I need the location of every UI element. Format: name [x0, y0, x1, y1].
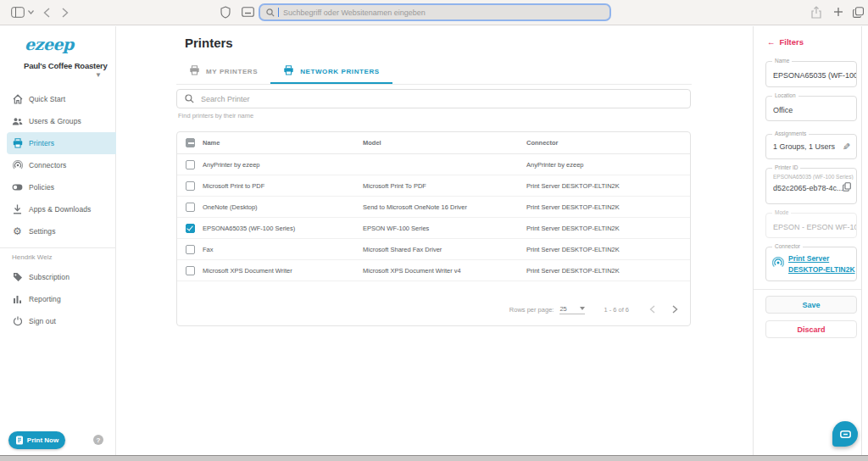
printer-name: Fax — [203, 246, 363, 253]
mode-field-value: EPSON - EPSON WF-100 S — [773, 223, 856, 231]
connector-link[interactable]: Print Server DESKTOP-ELTIN2K — [788, 253, 855, 275]
row-checkbox[interactable] — [186, 181, 195, 191]
printer-name: Microsoft Print to PDF — [203, 182, 363, 190]
sidebar-item-reporting[interactable]: Reporting — [0, 288, 116, 310]
printer-model: Send to Microsoft OneNote 16 Driver — [363, 203, 526, 211]
privacy-shield-icon[interactable] — [220, 6, 231, 19]
copy-icon[interactable] — [843, 180, 851, 195]
pagination: Rows per page: 25 1 - 6 of 6 — [509, 302, 678, 317]
sidebar-item-label: Users & Groups — [29, 117, 81, 125]
location-field-value: Office — [773, 106, 856, 114]
forward-icon[interactable] — [62, 8, 69, 18]
table-row[interactable]: AnyPrinter by ezeep AnyPrinter by ezeep — [177, 154, 690, 175]
text-cursor — [278, 8, 279, 17]
tab-my-printers[interactable]: MY PRINTERS — [176, 60, 270, 84]
table-row[interactable]: Microsoft Print to PDF Microsoft Print T… — [177, 175, 690, 197]
sidebar-item-policies[interactable]: Policies — [0, 176, 116, 198]
tab-network-printers[interactable]: NETWORK PRINTERS — [270, 60, 392, 84]
tab-overview-icon[interactable] — [853, 7, 864, 18]
table-row[interactable]: OneNote (Desktop) Send to Microsoft OneN… — [177, 197, 690, 218]
user-name: Hendrik Welz — [12, 253, 52, 261]
printer-search-input[interactable]: Search Printer — [176, 89, 691, 108]
home-icon — [12, 94, 23, 105]
assignments-field-value: 1 Groups, 1 Users — [773, 142, 843, 151]
address-bar[interactable]: Suchbegriff oder Websitenamen eingeben — [259, 3, 611, 21]
chat-widget-button[interactable] — [832, 421, 858, 447]
table-row[interactable]: Microsoft XPS Document Writer Microsoft … — [177, 260, 690, 281]
browser-extension-icon[interactable] — [242, 7, 254, 17]
sidebar-item-label: Connectors — [29, 161, 66, 169]
mode-field-label: Mode — [772, 209, 791, 215]
sidebar-item-settings[interactable]: ⚙ Settings — [0, 220, 116, 242]
sidebar-item-label: Policies — [29, 183, 54, 192]
sidebar-item-apps-downloads[interactable]: Apps & Downloads — [0, 198, 116, 220]
share-icon[interactable] — [811, 6, 821, 19]
name-field[interactable]: Name EPSONA65035 (WF-100 S — [765, 61, 857, 87]
new-tab-icon[interactable] — [833, 7, 843, 17]
printer-connector: Print Server DESKTOP-ELTIN2K — [526, 267, 690, 275]
back-to-filters-link[interactable]: ← Filters — [767, 37, 804, 47]
previous-page-icon[interactable] — [649, 302, 655, 317]
print-now-button[interactable]: Print Now — [8, 431, 65, 449]
scrollbar-gutter[interactable] — [863, 26, 868, 455]
name-field-label: Name — [772, 58, 792, 64]
printer-name: Microsoft XPS Document Writer — [203, 267, 363, 275]
select-caret-icon — [580, 307, 585, 310]
mode-field: Mode EPSON - EPSON WF-100 S — [765, 213, 857, 238]
select-all-checkbox[interactable] — [186, 138, 195, 147]
sidebar-item-connectors[interactable]: Connectors — [0, 154, 116, 176]
org-chevron-down-icon[interactable]: ▼ — [95, 71, 102, 79]
page-title: Printers — [185, 36, 233, 50]
rows-per-page-select[interactable]: 25 — [559, 305, 585, 314]
location-field[interactable]: Location Office — [765, 96, 857, 121]
chevron-down-icon[interactable] — [28, 10, 34, 14]
column-header-name[interactable]: Name — [203, 139, 363, 147]
next-page-icon[interactable] — [672, 302, 678, 317]
sidebar-item-quick-start[interactable]: Quick Start — [0, 88, 116, 110]
arrow-left-icon: ← — [767, 37, 776, 47]
row-checkbox[interactable] — [186, 245, 195, 254]
connector-field: Connector Print Server DESKTOP-ELTIN2K — [765, 247, 857, 281]
printer-id-subtext: EPSONA65035 (WF-100 Series) — [773, 174, 856, 180]
pagination-range: 1 - 6 of 6 — [604, 306, 629, 314]
gear-icon: ⚙ — [12, 226, 23, 237]
printer-connector: Print Server DESKTOP-ELTIN2K — [526, 225, 690, 232]
row-checkbox[interactable] — [186, 203, 195, 212]
connector-field-label: Connector — [772, 243, 803, 249]
row-checkbox[interactable] — [186, 224, 195, 233]
printer-name: AnyPrinter by ezeep — [203, 161, 363, 169]
sidebar-item-label: Apps & Downloads — [29, 205, 91, 214]
row-checkbox[interactable] — [186, 266, 195, 275]
column-header-connector[interactable]: Connector — [526, 139, 690, 147]
sidebar-item-printers[interactable]: Printers — [7, 132, 116, 154]
printer-icon — [189, 65, 200, 77]
address-placeholder: Suchbegriff oder Websitenamen eingeben — [283, 8, 426, 17]
sidebar-item-subscription[interactable]: Subscription — [0, 266, 116, 288]
bar-chart-icon — [12, 294, 23, 305]
printer-connector: Print Server DESKTOP-ELTIN2K — [526, 182, 690, 190]
assignments-field[interactable]: Assignments 1 Groups, 1 Users ✎ — [765, 134, 857, 159]
row-checkbox[interactable] — [186, 160, 195, 169]
organization-name[interactable]: Paul's Coffee Roastery — [24, 61, 108, 70]
sidebar-item-users-groups[interactable]: Users & Groups — [0, 110, 116, 132]
back-icon[interactable] — [43, 8, 50, 18]
search-placeholder: Search Printer — [201, 95, 250, 103]
print-now-label: Print Now — [27, 436, 58, 444]
printer-model: Microsoft Print To PDF — [363, 182, 526, 190]
download-icon — [12, 204, 23, 215]
ezeep-logo: ezeep — [25, 35, 74, 53]
table-row-selected[interactable]: EPSONA65035 (WF-100 Series) EPSON WF-100… — [177, 218, 690, 239]
table-row[interactable]: Fax Microsoft Shared Fax Driver Print Se… — [177, 239, 690, 260]
name-field-value: EPSONA65035 (WF-100 S — [773, 71, 856, 80]
save-button[interactable]: Save — [765, 296, 857, 314]
help-button[interactable]: ? — [93, 435, 103, 445]
sidebar-nav: Quick Start Users & Groups Printers Conn… — [0, 88, 116, 242]
column-header-model[interactable]: Model — [363, 139, 526, 147]
discard-button[interactable]: Discard — [765, 320, 857, 338]
sidebar-item-sign-out[interactable]: Sign out — [0, 310, 116, 332]
edit-pencil-icon[interactable]: ✎ — [843, 142, 850, 153]
tab-label: NETWORK PRINTERS — [300, 68, 380, 75]
sidebar-toggle-icon[interactable] — [11, 7, 25, 18]
sidebar-item-label: Subscription — [29, 273, 70, 281]
printer-detail-panel: ← Filters Name EPSONA65035 (WF-100 S Loc… — [753, 26, 862, 455]
